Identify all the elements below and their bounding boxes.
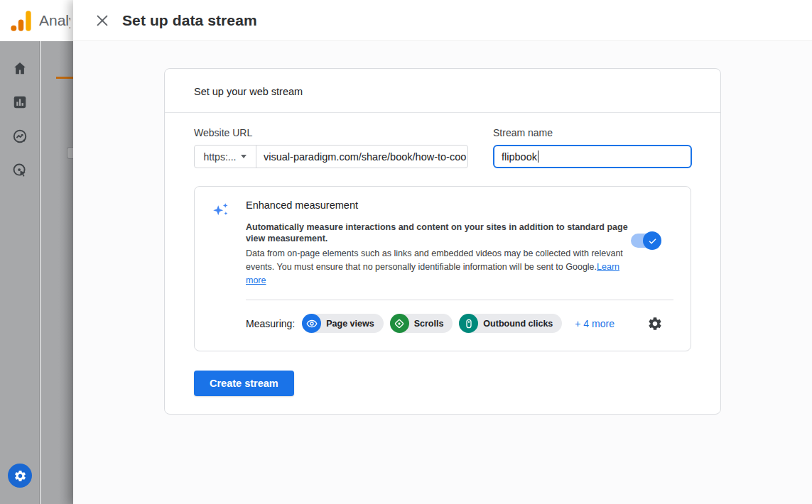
measuring-label: Measuring: [246,318,295,329]
home-icon[interactable] [12,60,28,76]
stream-name-field-group: Stream name flipbook [493,127,692,168]
analytics-logo-icon [9,9,33,33]
divider [246,300,673,300]
admin-gear-button[interactable] [8,464,32,488]
stream-name-label: Stream name [493,127,692,138]
enhanced-measurement-desc: Data from on-page elements such as links… [246,247,635,287]
website-url-label: Website URL [194,127,468,138]
protocol-dropdown[interactable]: https:... [195,146,256,168]
chip-page-views[interactable]: Page views [302,314,383,333]
web-stream-card: Set up your web stream Website URL https… [164,68,721,415]
card-header: Set up your web stream [165,69,720,113]
app-header: Analytics [0,0,73,41]
chip-label: Scrolls [414,319,444,329]
brand-name: Analytics [39,12,70,29]
website-url-field-group: Website URL https:... visual-paradigm.co… [194,127,468,168]
enhanced-measurement-desc-bold: Automatically measure interactions and c… [246,222,635,244]
eye-icon [306,318,318,329]
website-url-input[interactable]: visual-paradigm.com/share/book/how-to-co… [256,146,467,168]
create-stream-button[interactable]: Create stream [194,371,294,396]
chip-scrolls[interactable]: Scrolls [390,314,453,333]
enhanced-measurement-box: Enhanced measurement Automatically measu… [194,186,691,351]
left-nav-rail [0,41,40,504]
stream-name-value: flipbook [502,151,537,163]
close-icon[interactable] [94,13,110,28]
mouse-icon [463,318,475,329]
advertising-icon[interactable] [12,163,28,178]
dimmed-page-sliver [40,41,73,504]
website-url-value: visual-paradigm.com/share/book/how-to-co… [264,151,466,163]
chip-outbound-clicks[interactable]: Outbound clicks [459,314,562,333]
chevron-down-icon [241,155,247,158]
text-cursor [538,150,538,163]
more-chips-link[interactable]: + 4 more [575,318,615,329]
panel-header: Set up data stream [73,0,812,41]
setup-data-stream-panel: Set up data stream Set up your web strea… [73,0,812,504]
explore-icon[interactable] [12,128,28,144]
protocol-value: https:... [204,151,237,163]
chip-label: Page views [326,319,374,329]
measurement-settings-gear-icon[interactable] [647,316,663,332]
search-box-sliver [67,147,73,159]
panel-title: Set up data stream [122,12,257,29]
enhanced-measurement-title: Enhanced measurement [246,199,673,211]
chip-label: Outbound clicks [483,319,553,329]
stream-name-input[interactable]: flipbook [493,145,692,168]
check-icon [647,236,658,246]
sparkle-icon [212,201,230,219]
gear-icon [13,469,27,483]
scroll-diamond-icon [394,318,405,329]
tab-underline [56,77,73,79]
reports-icon[interactable] [12,94,28,110]
enhanced-measurement-toggle[interactable] [631,234,659,248]
desc-text: Data from on-page elements such as links… [246,248,623,272]
